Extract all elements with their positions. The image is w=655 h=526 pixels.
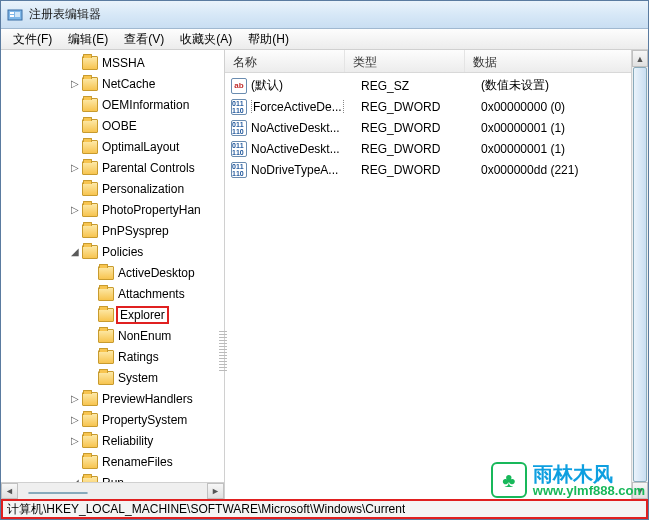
tree-label: PreviewHandlers — [102, 392, 193, 406]
binary-value-icon: 011 110 — [231, 162, 247, 178]
statusbar: 计算机\HKEY_LOCAL_MACHINE\SOFTWARE\Microsof… — [1, 499, 648, 519]
tree-item[interactable]: ◢Policies — [1, 241, 224, 262]
tree-item[interactable]: ▷Parental Controls — [1, 157, 224, 178]
scroll-left-arrow-icon[interactable]: ◄ — [1, 483, 18, 499]
expand-icon[interactable]: ▷ — [69, 435, 80, 446]
value-data: 0x000000dd (221) — [481, 163, 648, 177]
tree-label: RenameFiles — [102, 455, 173, 469]
folder-icon — [98, 266, 114, 280]
tree-item[interactable]: ▷PropertySystem — [1, 409, 224, 430]
tree-label: Explorer — [116, 306, 169, 324]
scroll-up-arrow-icon[interactable]: ▲ — [632, 50, 648, 67]
tree-item[interactable]: ▷PhotoPropertyHan — [1, 199, 224, 220]
tree-item[interactable]: ▷RenameFiles — [1, 451, 224, 472]
tree-label: OOBE — [102, 119, 137, 133]
folder-icon — [82, 161, 98, 175]
value-data: 0x00000001 (1) — [481, 121, 648, 135]
svg-rect-1 — [10, 12, 14, 14]
column-name[interactable]: 名称 — [225, 50, 345, 72]
value-type: REG_DWORD — [361, 100, 481, 114]
folder-icon — [82, 98, 98, 112]
tree-item[interactable]: ▷MSSHA — [1, 52, 224, 73]
tree-panel[interactable]: ▷MSSHA▷NetCache▷OEMInformation▷OOBE▷Opti… — [1, 50, 225, 499]
client-area: ▷MSSHA▷NetCache▷OEMInformation▷OOBE▷Opti… — [1, 50, 648, 499]
value-data: 0x00000000 (0) — [481, 100, 648, 114]
watermark-logo-icon: ♣ — [491, 462, 527, 498]
value-name: NoActiveDeskt... — [251, 121, 361, 135]
tree-item[interactable]: ▷NetCache — [1, 73, 224, 94]
tree-item[interactable]: ▷Reliability — [1, 430, 224, 451]
tree-label: PnPSysprep — [102, 224, 169, 238]
values-panel[interactable]: 名称 类型 数据 ab(默认)REG_SZ(数值未设置)011 110Force… — [225, 50, 648, 499]
expand-icon[interactable]: ▷ — [69, 162, 80, 173]
value-row[interactable]: 011 110ForceActiveDe...REG_DWORD0x000000… — [225, 96, 648, 117]
tree-label: OEMInformation — [102, 98, 189, 112]
tree-horizontal-scrollbar[interactable]: ◄ ► — [1, 482, 224, 499]
status-path: 计算机\HKEY_LOCAL_MACHINE\SOFTWARE\Microsof… — [7, 501, 405, 518]
tree-item[interactable]: ▷OEMInformation — [1, 94, 224, 115]
folder-icon — [82, 56, 98, 70]
column-type[interactable]: 类型 — [345, 50, 465, 72]
value-row[interactable]: ab(默认)REG_SZ(数值未设置) — [225, 75, 648, 96]
scroll-right-arrow-icon[interactable]: ► — [207, 483, 224, 499]
value-row[interactable]: 011 110NoDriveTypeA...REG_DWORD0x000000d… — [225, 159, 648, 180]
binary-value-icon: 011 110 — [231, 99, 247, 115]
tree-item[interactable]: ▷NonEnum — [1, 325, 224, 346]
scroll-thumb[interactable] — [633, 67, 647, 482]
menu-file[interactable]: 文件(F) — [5, 29, 60, 50]
menu-help[interactable]: 帮助(H) — [240, 29, 297, 50]
tree-item[interactable]: ▷ActiveDesktop — [1, 262, 224, 283]
expand-icon[interactable]: ▷ — [69, 393, 80, 404]
watermark: ♣ 雨林木风 www.ylmf888.com — [491, 462, 645, 498]
tree-label: Policies — [102, 245, 143, 259]
folder-icon — [82, 434, 98, 448]
tree-item[interactable]: ▷Personalization — [1, 178, 224, 199]
registry-editor-window: 注册表编辑器 文件(F) 编辑(E) 查看(V) 收藏夹(A) 帮助(H) ▷M… — [0, 0, 649, 520]
menu-edit[interactable]: 编辑(E) — [60, 29, 116, 50]
splitter-handle[interactable] — [219, 331, 227, 371]
tree-label: OptimalLayout — [102, 140, 179, 154]
tree-item[interactable]: ▷Ratings — [1, 346, 224, 367]
tree-label: PhotoPropertyHan — [102, 203, 201, 217]
tree-item[interactable]: ▷OptimalLayout — [1, 136, 224, 157]
column-data[interactable]: 数据 — [465, 50, 648, 72]
tree-item[interactable]: ▷OOBE — [1, 115, 224, 136]
folder-icon — [98, 371, 114, 385]
value-data: 0x00000001 (1) — [481, 142, 648, 156]
value-data: (数值未设置) — [481, 77, 648, 94]
folder-icon — [82, 392, 98, 406]
folder-icon — [82, 224, 98, 238]
tree-item[interactable]: ▷PreviewHandlers — [1, 388, 224, 409]
tree-item[interactable]: ▷Explorer — [1, 304, 224, 325]
folder-icon — [98, 329, 114, 343]
expand-icon[interactable]: ▷ — [69, 204, 80, 215]
tree-label: PropertySystem — [102, 413, 187, 427]
folder-icon — [98, 287, 114, 301]
value-row[interactable]: 011 110NoActiveDeskt...REG_DWORD0x000000… — [225, 138, 648, 159]
folder-icon — [82, 140, 98, 154]
tree-item[interactable]: ▷PnPSysprep — [1, 220, 224, 241]
svg-rect-2 — [10, 15, 14, 17]
tree-item[interactable]: ▷Attachments — [1, 283, 224, 304]
tree-label: Ratings — [118, 350, 159, 364]
value-row[interactable]: 011 110NoActiveDeskt...REG_DWORD0x000000… — [225, 117, 648, 138]
list-header[interactable]: 名称 类型 数据 — [225, 50, 648, 73]
scroll-thumb[interactable] — [28, 492, 88, 494]
expand-icon[interactable]: ▷ — [69, 78, 80, 89]
menu-favorites[interactable]: 收藏夹(A) — [172, 29, 240, 50]
tree-label: Attachments — [118, 287, 185, 301]
collapse-icon[interactable]: ◢ — [69, 246, 80, 257]
menubar: 文件(F) 编辑(E) 查看(V) 收藏夹(A) 帮助(H) — [1, 29, 648, 50]
tree-item[interactable]: ▷System — [1, 367, 224, 388]
tree-label: NetCache — [102, 77, 155, 91]
tree-label: NonEnum — [118, 329, 171, 343]
folder-icon — [82, 77, 98, 91]
vertical-scrollbar[interactable]: ▲ ▼ — [631, 50, 648, 499]
window-title: 注册表编辑器 — [29, 6, 101, 23]
titlebar[interactable]: 注册表编辑器 — [1, 1, 648, 29]
folder-icon — [82, 203, 98, 217]
value-name: ForceActiveDe... — [251, 100, 361, 114]
expand-icon[interactable]: ▷ — [69, 414, 80, 425]
menu-view[interactable]: 查看(V) — [116, 29, 172, 50]
string-value-icon: ab — [231, 78, 247, 94]
